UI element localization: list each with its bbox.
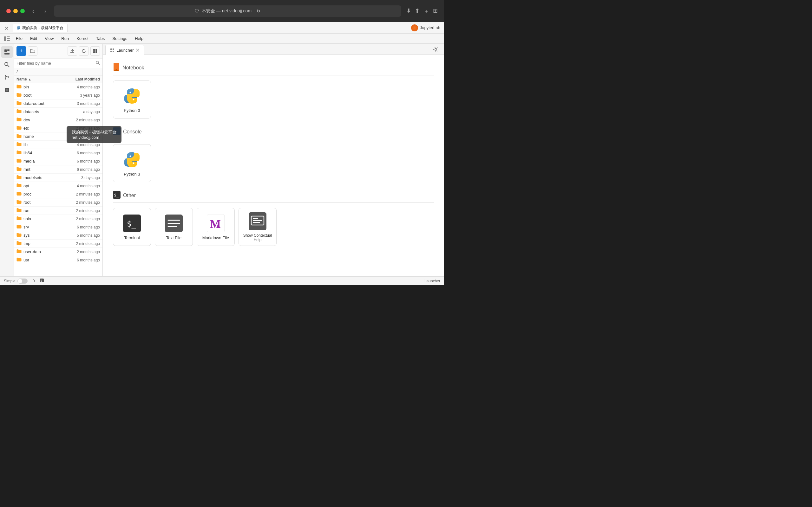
file-row[interactable]: modelsets 3 days ago [14,174,102,182]
sidebar-icon-git[interactable] [1,72,13,83]
file-name: run [23,208,62,213]
sidebar-icon-search[interactable] [1,59,13,70]
menu-settings[interactable]: Settings [109,35,131,42]
contextual-help-item[interactable]: Show Contextual Help [239,208,276,246]
back-button[interactable]: ‹ [30,7,37,16]
file-row[interactable]: sbin 2 minutes ago [14,215,102,223]
sidebar-icon-extensions[interactable] [1,84,13,96]
simple-mode-toggle[interactable]: Simple [4,279,28,284]
console-grid: Python 3 [113,144,434,182]
launcher-tab[interactable]: Launcher ✕ [105,45,144,55]
file-name: media [23,159,62,164]
address-bar[interactable]: 🛡 不安全 — net.videojj.com ↻ [54,5,401,17]
menu-tabs[interactable]: Tabs [93,35,108,42]
toggle-switch[interactable] [17,279,28,284]
column-modified: Last Modified [62,77,100,81]
file-row[interactable]: user-data 2 months ago [14,248,102,256]
new-tab-icon[interactable]: ＋ [423,7,429,15]
file-row[interactable]: mnt 6 months ago [14,165,102,174]
menu-file[interactable]: File [13,35,26,42]
file-name: datasets [23,109,62,114]
svg-line-25 [98,63,100,65]
menu-kernel[interactable]: Kernel [73,35,92,42]
folder-icon [16,200,21,205]
file-row[interactable]: data-output 3 months ago [14,100,102,108]
menu-edit[interactable]: Edit [27,35,40,42]
terminal-icon: $_ [122,214,142,233]
svg-text:$_: $_ [114,193,119,198]
svg-rect-6 [4,53,9,55]
file-row[interactable]: tmp 2 minutes ago [14,239,102,248]
sidebar-toggle[interactable] [3,34,11,43]
breadcrumb[interactable]: / [14,68,102,76]
menu-view[interactable]: View [42,35,57,42]
file-date: 2 minutes ago [62,192,100,196]
folder-icon [16,109,21,114]
file-row[interactable]: media 6 months ago [14,157,102,165]
file-row[interactable]: lib64 6 months ago [14,149,102,157]
minimize-traffic-light[interactable] [13,9,18,13]
notebook-section-title: Notebook [113,63,434,75]
file-date: 3 years ago [62,93,100,98]
svg-point-9 [5,75,6,76]
fullscreen-traffic-light[interactable] [20,9,25,13]
folder-icon [16,125,21,131]
file-row[interactable]: datasets a day ago [14,108,102,116]
file-row[interactable]: boot 3 years ago [14,91,102,100]
file-row[interactable]: opt 4 months ago [14,182,102,190]
other-section-label: Other [123,193,136,199]
file-name: etc [23,126,62,130]
tabs-icon[interactable]: ⊞ [433,7,438,15]
forward-button[interactable]: › [42,7,49,16]
toggle-view-button[interactable] [90,46,100,56]
file-row[interactable]: proc 2 minutes ago [14,190,102,199]
svg-rect-23 [96,51,97,53]
file-row[interactable]: dev 2 minutes ago [14,116,102,124]
file-name: mnt [23,167,62,172]
textfile-item[interactable]: Text File [155,208,193,246]
file-row[interactable]: srv 6 months ago [14,223,102,231]
console-python3-item[interactable]: Python 3 [113,144,151,182]
file-row[interactable]: run 2 minutes ago [14,207,102,215]
close-traffic-light[interactable] [6,9,11,13]
settings-icon[interactable] [430,44,442,55]
file-search-input[interactable] [16,61,94,66]
notebook-python3-item[interactable]: Python 3 [113,80,151,118]
folder-icon [16,93,21,98]
file-date: 2 minutes ago [62,241,100,246]
file-row[interactable]: sys 5 months ago [14,231,102,239]
file-row[interactable]: bin 4 months ago [14,83,102,91]
jupyter-label: JupyterLab [420,25,440,30]
file-row[interactable]: root 2 minutes ago [14,199,102,207]
folder-icon [16,101,21,106]
terminal-item[interactable]: $_ Terminal [113,208,151,246]
markdown-item[interactable]: M Markdown File [197,208,235,246]
status-bar: Simple 0 $ Launcher [0,276,444,285]
open-folder-button[interactable] [28,46,38,56]
download-icon[interactable]: ⬇ [406,7,411,15]
svg-text:$_: $_ [127,220,136,228]
new-file-button[interactable]: + [16,46,26,56]
menu-run[interactable]: Run [58,35,72,42]
menu-help[interactable]: Help [132,35,147,42]
column-name[interactable]: Name ▲ [16,77,62,81]
file-name: bin [23,84,62,89]
sidebar-icon-files[interactable] [1,46,13,58]
sort-icon: ▲ [28,78,32,81]
browser-actions: ⬇ ⬆ ＋ ⊞ [406,7,438,15]
file-row[interactable]: usr 6 months ago [14,256,102,264]
browser-tab[interactable]: 极 我的实例 - 极链AI云平台 [13,24,67,32]
status-launcher-label: Launcher [424,279,440,283]
launcher-tab-close[interactable]: ✕ [136,48,140,53]
reload-icon[interactable]: ↻ [257,9,260,14]
upload-button[interactable] [67,46,77,56]
svg-rect-3 [7,40,10,41]
context-popup-line2: net.videojj.com [72,135,116,140]
share-icon[interactable]: ⬆ [415,7,420,15]
other-icon: $_ [113,191,120,200]
console-section-title: >_ Console [113,127,434,139]
window-close-button[interactable]: ✕ [4,25,9,31]
python-logo [123,87,141,105]
refresh-button[interactable] [79,46,89,56]
tab-logo: 极 [17,26,20,31]
